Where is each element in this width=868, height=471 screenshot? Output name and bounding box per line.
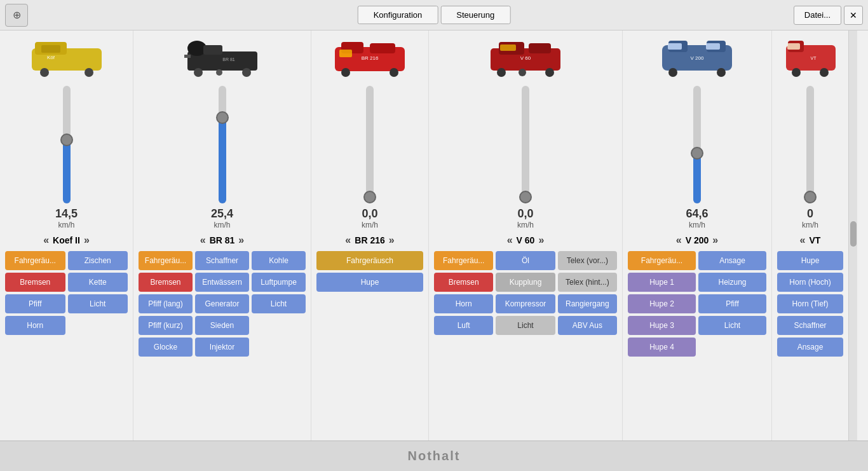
loco-name-v60: V 60 <box>517 235 535 245</box>
btn-fahrgeraeusch-br216[interactable]: Fahrgeräusch <box>316 251 423 270</box>
nav-prev-br216[interactable]: « <box>345 235 351 246</box>
loco-name-vt: VT <box>810 235 821 245</box>
btn-rangiergang-v60[interactable]: Rangiergang <box>558 294 617 313</box>
btn-horn-v60[interactable]: Horn <box>434 294 493 313</box>
btn-telex-vor-v60[interactable]: Telex (vor...) <box>558 251 617 270</box>
btn-ansage-v200[interactable]: Ansage <box>698 251 766 270</box>
btn-kette-koef2[interactable]: Kette <box>68 273 128 292</box>
btn-fahrgeraeusch-v60[interactable]: Fahrgeräu... <box>434 251 493 270</box>
svg-point-3 <box>85 68 93 77</box>
btn-sieden-br81[interactable]: Sieden <box>195 316 249 335</box>
btn-kohle-br81[interactable]: Kohle <box>252 251 306 270</box>
buttons-br216: Fahrgeräusch Hupe <box>311 249 428 294</box>
btn-oel-v60[interactable]: Öl <box>496 251 555 270</box>
btn-licht-br81[interactable]: Licht <box>252 294 306 313</box>
btn-pfiff-kurz-br81[interactable]: Pfiff (kurz) <box>139 316 193 335</box>
btn-injektor-br81[interactable]: Injektor <box>195 338 249 357</box>
close-button[interactable]: ✕ <box>844 6 863 25</box>
nav-next-v200[interactable]: » <box>712 235 718 246</box>
speed-slider-br216[interactable] <box>365 84 374 205</box>
datei-button[interactable]: Datei... <box>794 6 841 25</box>
loco-name-koef2: Koef II <box>53 235 80 245</box>
nav-prev-br81[interactable]: « <box>200 235 206 246</box>
steuerung-button[interactable]: Steuerung <box>440 6 510 24</box>
svg-point-18 <box>390 68 398 77</box>
speed-slider-vt[interactable] <box>806 84 815 205</box>
loco-nav-br216: « BR 216 » <box>345 235 394 246</box>
svg-point-17 <box>341 68 350 77</box>
speed-value-v200: 64,6 <box>686 207 708 221</box>
svg-point-39 <box>792 68 801 77</box>
btn-bremsen-v60[interactable]: Bremsen <box>434 273 493 292</box>
speed-slider-koef2[interactable] <box>62 84 71 205</box>
btn-horn-hoch-vt[interactable]: Horn (Hoch) <box>777 273 843 292</box>
btn-licht-v200[interactable]: Licht <box>698 316 766 335</box>
move-button[interactable]: ⊕ <box>5 4 28 27</box>
btn-fahrgeraeusch-koef2[interactable]: Fahrgeräu... <box>5 251 65 270</box>
btn-pfiff-v200[interactable]: Pfiff <box>698 294 766 313</box>
btn-entwaessern-br81[interactable]: Entwässern <box>195 273 249 292</box>
loco-koef2: Köf 14,5 km/h « Koef II » Fahrgeräu... Z… <box>0 31 133 440</box>
nav-prev-vt[interactable]: « <box>800 235 806 246</box>
btn-luft-v60[interactable]: Luft <box>434 316 493 335</box>
btn-bremsen-br81[interactable]: Bremsen <box>139 273 193 292</box>
svg-point-33 <box>717 68 726 77</box>
speed-slider-v200[interactable] <box>693 84 702 205</box>
btn-abv-aus-v60[interactable]: ABV Aus <box>558 316 617 335</box>
loco-image-vt: VT <box>785 31 836 81</box>
btn-hupe3-v200[interactable]: Hupe 3 <box>628 316 696 335</box>
btn-ansage-vt[interactable]: Ansage <box>777 338 843 357</box>
top-right-buttons: Datei... ✕ <box>794 6 863 25</box>
nav-next-koef2[interactable]: » <box>84 235 90 246</box>
btn-horn-tief-vt[interactable]: Horn (Tief) <box>777 294 843 313</box>
bottom-bar: Nothalt <box>0 440 868 471</box>
speed-value-vt: 0 <box>802 207 818 221</box>
scrollbar-thumb[interactable] <box>850 221 857 247</box>
speed-slider-v60[interactable] <box>521 84 530 205</box>
svg-point-32 <box>668 68 677 77</box>
nav-next-br81[interactable]: » <box>238 235 244 246</box>
btn-bremsen-koef2[interactable]: Bremsen <box>5 273 65 292</box>
btn-licht-v60[interactable]: Licht <box>496 316 555 335</box>
loco-image-koef2: Köf <box>29 31 105 81</box>
loco-vt: VT 0 km/h « VT Hupe Horn (Hoch) Horn (Ti… <box>772 31 848 440</box>
speed-value-br216: 0,0 <box>362 207 378 221</box>
speed-slider-br81[interactable] <box>218 84 227 205</box>
btn-glocke-br81[interactable]: Glocke <box>139 338 193 357</box>
btn-hupe-br216[interactable]: Hupe <box>316 273 423 292</box>
nav-prev-v60[interactable]: « <box>507 235 513 246</box>
btn-heizung-v200[interactable]: Heizung <box>698 273 766 292</box>
svg-point-40 <box>820 68 829 77</box>
btn-hupe2-v200[interactable]: Hupe 2 <box>628 294 696 313</box>
btn-hupe-vt[interactable]: Hupe <box>777 251 843 270</box>
btn-generator-br81[interactable]: Generator <box>195 294 249 313</box>
btn-kompressor-v60[interactable]: Kompressor <box>496 294 555 313</box>
btn-pfiff-lang-br81[interactable]: Pfiff (lang) <box>139 294 193 313</box>
btn-hupe4-v200[interactable]: Hupe 4 <box>628 338 696 357</box>
nav-next-v60[interactable]: » <box>538 235 544 246</box>
nav-next-br216[interactable]: » <box>389 235 395 246</box>
btn-schaffner-vt[interactable]: Schaffner <box>777 316 843 335</box>
btn-telex-hint-v60[interactable]: Telex (hint...) <box>558 273 617 292</box>
speed-value-v60: 0,0 <box>517 207 534 221</box>
btn-horn-koef2[interactable]: Horn <box>5 316 65 335</box>
svg-text:VT: VT <box>811 56 817 60</box>
btn-zischen-koef2[interactable]: Zischen <box>68 251 128 270</box>
speed-display-v60: 0,0 km/h <box>517 207 534 229</box>
nothalt-label[interactable]: Nothalt <box>408 449 461 463</box>
btn-schaffner-br81[interactable]: Schaffner <box>195 251 249 270</box>
btn-kupplung-v60[interactable]: Kupplung <box>496 273 555 292</box>
btn-fahrgeraeusch-br81[interactable]: Fahrgeräu... <box>139 251 193 270</box>
konfiguration-button[interactable]: Konfiguration <box>358 6 438 24</box>
horizontal-scrollbar[interactable] <box>848 31 857 440</box>
btn-licht-koef2[interactable]: Licht <box>68 294 128 313</box>
speed-value-br81: 25,4 <box>211 207 233 221</box>
btn-hupe1-v200[interactable]: Hupe 1 <box>628 273 696 292</box>
btn-luftpumpe-br81[interactable]: Luftpumpe <box>252 273 306 292</box>
btn-pfiff-koef2[interactable]: Pfiff <box>5 294 65 313</box>
svg-rect-23 <box>529 43 551 53</box>
nav-prev-koef2[interactable]: « <box>43 235 49 246</box>
btn-fahrgeraeusch-v200[interactable]: Fahrgeräu... <box>628 251 696 270</box>
move-icon: ⊕ <box>13 9 21 21</box>
nav-prev-v200[interactable]: « <box>676 235 682 246</box>
